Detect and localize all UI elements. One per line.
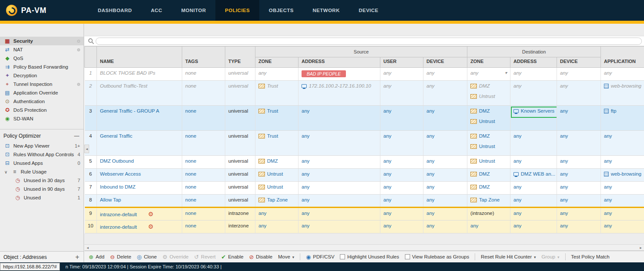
rule-row[interactable]: 2 Outbound Traffic-Test none universal T…: [85, 81, 644, 106]
user-value[interactable]: any: [383, 108, 392, 113]
scroll-left-arrow-icon[interactable]: ◂: [84, 245, 91, 250]
tags-value[interactable]: none: [185, 158, 196, 164]
dst-zone-link[interactable]: DMZ: [479, 171, 490, 176]
src-device-value[interactable]: any: [426, 158, 435, 164]
gear-icon[interactable]: [148, 211, 154, 217]
rule-row[interactable]: 7 Inbound to DMZ none universal Untrust …: [85, 182, 644, 195]
delete-button[interactable]: Delete: [110, 254, 131, 260]
enable-button[interactable]: Enable: [221, 254, 243, 260]
sidebar-item-authentication[interactable]: Authentication: [0, 97, 84, 106]
gear-icon[interactable]: [148, 223, 154, 230]
user-value[interactable]: any: [383, 184, 392, 189]
dst-device-value[interactable]: any: [560, 83, 568, 88]
dst-device-value[interactable]: any: [560, 158, 568, 164]
src-zone-link[interactable]: Tap Zone: [267, 197, 288, 202]
src-address-link[interactable]: any: [302, 171, 310, 176]
col-header-type[interactable]: TYPE: [225, 47, 255, 68]
row-number[interactable]: 6: [85, 169, 97, 182]
tags-value[interactable]: none: [185, 83, 196, 88]
dst-zone-link[interactable]: any: [470, 70, 479, 76]
sidebar-item-policy-based-forwarding[interactable]: Policy Based Forwarding: [0, 63, 84, 71]
row-number[interactable]: 8: [85, 195, 97, 208]
application-link[interactable]: any: [604, 133, 612, 139]
expand-chevron-icon[interactable]: ∨: [4, 170, 9, 174]
dst-address-link[interactable]: any: [513, 211, 522, 216]
test-policy-match-button[interactable]: Test Policy Match: [571, 254, 610, 259]
col-header-src-address[interactable]: ADDRESS: [299, 57, 380, 68]
dst-address-link[interactable]: Known Servers: [521, 108, 554, 113]
dst-device-value[interactable]: any: [560, 70, 568, 76]
dst-address-link[interactable]: any: [513, 70, 522, 76]
rule-name-link[interactable]: General Traffic - GROUP A: [100, 108, 159, 113]
dst-zone-link[interactable]: DMZ: [479, 133, 490, 139]
src-address-link[interactable]: any: [302, 223, 310, 228]
application-link[interactable]: any: [604, 223, 612, 228]
src-device-value[interactable]: any: [426, 171, 435, 176]
dst-zone-link[interactable]: Untrust: [479, 119, 495, 124]
col-header-dst-device[interactable]: DEVICE: [557, 57, 601, 68]
src-zone-link[interactable]: Untrust: [267, 184, 283, 189]
tags-value[interactable]: none: [185, 108, 196, 113]
dst-zone-link[interactable]: DMZ: [479, 108, 490, 113]
rule-row[interactable]: 6 Webserver Access none universal Untrus…: [85, 169, 644, 182]
pdf-csv-button[interactable]: PDF/CSV: [306, 254, 334, 260]
application-link[interactable]: any: [604, 184, 612, 189]
dst-zone-link[interactable]: Untrust: [479, 158, 495, 164]
tags-value[interactable]: none: [185, 223, 196, 228]
sidebar-item-sd-wan[interactable]: SD-WAN: [0, 114, 84, 123]
dst-zone-link[interactable]: Untrust: [479, 144, 495, 149]
tags-value[interactable]: none: [185, 197, 196, 202]
src-address-link[interactable]: any: [302, 184, 310, 189]
nav-tab-acc[interactable]: ACC: [141, 0, 171, 21]
src-device-value[interactable]: any: [426, 223, 435, 228]
user-value[interactable]: any: [383, 197, 392, 202]
dst-device-value[interactable]: any: [560, 171, 568, 176]
dst-zone-link[interactable]: DMZ: [479, 184, 490, 189]
src-device-value[interactable]: any: [426, 184, 435, 189]
default-rule-row[interactable]: 10 interzone-default none interzone any …: [85, 221, 644, 233]
rule-row[interactable]: 1 BLOCK THOSE BAD IPs none universal any…: [85, 68, 644, 81]
row-number[interactable]: 9: [85, 208, 97, 221]
tags-value[interactable]: none: [185, 70, 196, 76]
col-header-name[interactable]: NAME: [97, 47, 182, 68]
dst-device-value[interactable]: any: [560, 184, 568, 189]
sidebar-item-dos-protection[interactable]: DoS Protection: [0, 106, 84, 114]
rule-name-link[interactable]: Inbound to DMZ: [100, 184, 135, 189]
src-address-link[interactable]: 172.16.100.2-172.16.100.10: [309, 83, 371, 88]
object-addresses-bar[interactable]: Object : Addresses +: [0, 251, 84, 262]
checkbox-icon[interactable]: [340, 254, 345, 259]
horizontal-scrollbar[interactable]: ◂ ▸: [84, 244, 644, 251]
src-zone-link[interactable]: Trust: [267, 83, 278, 88]
tags-value[interactable]: none: [185, 211, 196, 216]
tags-value[interactable]: none: [185, 184, 196, 189]
src-address-link[interactable]: any: [302, 108, 310, 113]
nav-tab-dashboard[interactable]: DASHBOARD: [88, 0, 141, 21]
dst-device-value[interactable]: any: [560, 197, 568, 202]
user-value[interactable]: any: [383, 83, 392, 88]
sidebar-item-tunnel-inspection[interactable]: Tunnel Inspection: [0, 80, 84, 88]
sidebar-item-nat[interactable]: NAT: [0, 45, 84, 54]
dst-device-value[interactable]: any: [560, 211, 568, 216]
col-header-src-zone[interactable]: ZONE: [255, 57, 299, 68]
nav-tab-network[interactable]: NETWORK: [303, 0, 349, 21]
sidebar-item-security[interactable]: Security: [0, 37, 84, 45]
rule-name-link[interactable]: Allow Tap: [100, 197, 121, 202]
dst-address-link[interactable]: any: [513, 83, 522, 88]
user-value[interactable]: any: [383, 211, 392, 216]
src-address-link[interactable]: any: [302, 197, 310, 202]
dst-device-value[interactable]: any: [560, 108, 568, 113]
src-device-value[interactable]: any: [426, 83, 435, 88]
tags-value[interactable]: none: [185, 133, 196, 139]
user-value[interactable]: any: [383, 171, 392, 176]
rule-name-link[interactable]: Webserver Access: [100, 171, 141, 176]
tags-value[interactable]: none: [185, 171, 196, 176]
user-value[interactable]: any: [383, 223, 392, 228]
policy-search-input[interactable]: [96, 38, 642, 45]
src-zone-link[interactable]: any: [258, 70, 267, 76]
rule-name-link[interactable]: intrazone-default: [100, 212, 137, 217]
src-device-value[interactable]: any: [426, 70, 435, 76]
optimizer-item-rules-without-app-controls[interactable]: Rules Without App Controls 4: [0, 150, 84, 159]
application-link[interactable]: web-browsing: [611, 171, 641, 176]
view-rulebase-as-groups-checkbox[interactable]: View Rulebase as Groups: [405, 254, 470, 259]
collapse-panel-button[interactable]: —: [74, 133, 79, 139]
